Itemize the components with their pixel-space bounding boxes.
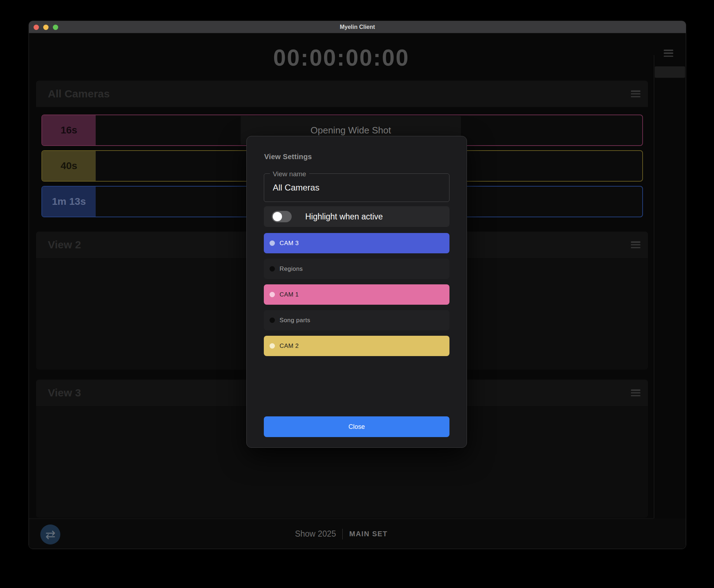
section-title: View 2 xyxy=(48,239,81,251)
hamburger-menu-icon[interactable] xyxy=(664,50,673,57)
close-window-button[interactable] xyxy=(34,25,39,30)
layer-item-label: Song parts xyxy=(280,317,310,324)
highlight-toggle-label: Highlight when active xyxy=(305,212,383,222)
row-duration: 1m 13s xyxy=(52,196,86,207)
section-header: All Cameras xyxy=(36,81,648,107)
row-duration-badge: 1m 13s xyxy=(42,187,96,217)
view-name-field: View name xyxy=(264,173,449,202)
zoom-window-button[interactable] xyxy=(53,25,58,30)
drag-handle-icon[interactable] xyxy=(631,91,640,97)
section-title: View 3 xyxy=(48,387,81,399)
traffic-lights xyxy=(29,21,58,33)
layer-item-label: CAM 1 xyxy=(280,291,299,298)
layer-item-label: CAM 3 xyxy=(280,240,299,247)
layer-color-dot xyxy=(270,343,275,349)
app-window: Myelin Client 00:00:00:00 All Cameras 16… xyxy=(29,21,686,549)
section-title: All Cameras xyxy=(48,88,110,100)
layer-item-cam-3[interactable]: CAM 3 xyxy=(264,233,449,253)
toggle-knob xyxy=(273,212,282,221)
view-name-label: View name xyxy=(270,170,309,178)
drag-handle-icon[interactable] xyxy=(631,242,640,248)
footer-separator xyxy=(342,529,343,539)
layer-item-label: CAM 2 xyxy=(280,343,299,350)
row-duration: 16s xyxy=(61,125,77,136)
highlight-toggle-row: Highlight when active xyxy=(264,206,449,227)
timecode-display: 00:00:00:00 xyxy=(29,45,654,70)
layer-item-regions[interactable]: Regions xyxy=(264,259,449,279)
row-duration-badge: 40s xyxy=(42,151,96,181)
minimize-window-button[interactable] xyxy=(43,25,49,30)
show-name-label: Show 2025 xyxy=(295,529,336,539)
row-duration: 40s xyxy=(61,160,77,172)
set-name-label: MAIN SET xyxy=(349,530,388,538)
layer-item-cam-1[interactable]: CAM 1 xyxy=(264,284,449,305)
view-settings-dialog: View Settings View name Highlight when a… xyxy=(246,136,467,448)
highlight-toggle-switch[interactable] xyxy=(272,211,292,222)
scrollbar-thumb[interactable] xyxy=(655,66,685,78)
shot-segment-label: Opening Wide Shot xyxy=(311,125,391,136)
dialog-title: View Settings xyxy=(264,153,312,161)
layer-item-label: Regions xyxy=(280,265,303,273)
layer-color-dot xyxy=(270,266,275,272)
close-button[interactable]: Close xyxy=(264,416,449,437)
layer-color-dot xyxy=(270,318,275,323)
footer-status: Show 2025 MAIN SET xyxy=(29,518,654,549)
window-title: Myelin Client xyxy=(340,24,375,30)
layer-color-dot xyxy=(270,292,275,297)
scrollbar-track xyxy=(654,55,654,549)
layer-item-cam-2[interactable]: CAM 2 xyxy=(264,336,449,356)
drag-handle-icon[interactable] xyxy=(631,390,640,396)
layer-item-song-parts[interactable]: Song parts xyxy=(264,310,449,330)
footer-bar: ⇄ Show 2025 MAIN SET xyxy=(29,518,686,549)
titlebar: Myelin Client xyxy=(29,21,686,33)
layer-color-dot xyxy=(270,240,275,246)
row-duration-badge: 16s xyxy=(42,115,96,145)
